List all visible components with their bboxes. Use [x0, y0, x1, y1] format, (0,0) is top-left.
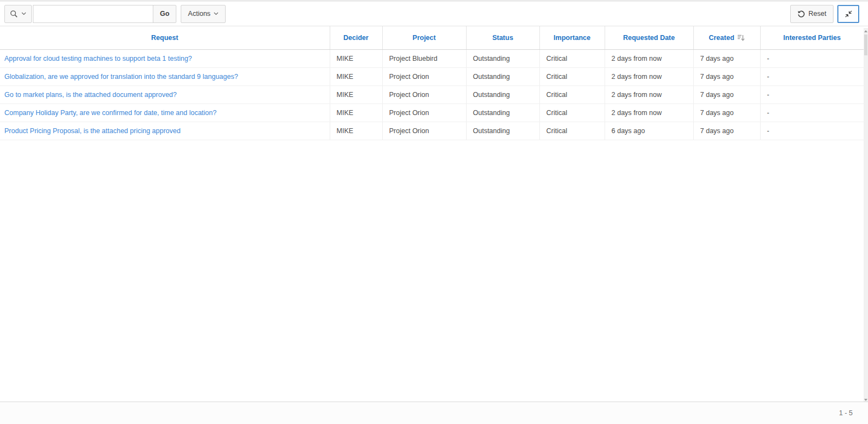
- column-header-decider[interactable]: Decider: [330, 26, 382, 49]
- cell-created: 7 days ago: [693, 67, 760, 85]
- cell-importance: Critical: [539, 122, 605, 140]
- request-link[interactable]: Approval for cloud testing machines to s…: [4, 55, 192, 62]
- cell-status: Outstanding: [466, 122, 539, 140]
- column-header-label: Importance: [554, 34, 590, 42]
- table-row: Approval for cloud testing machines to s…: [0, 49, 864, 67]
- restore-region-size-button[interactable]: [837, 5, 859, 23]
- cell-project: Project Orion: [382, 67, 466, 85]
- actions-button-label: Actions: [188, 10, 210, 18]
- request-link[interactable]: Company Holiday Party, are we confirmed …: [4, 109, 216, 117]
- column-header-created[interactable]: Created: [693, 26, 760, 49]
- table-body: Approval for cloud testing machines to s…: [0, 49, 864, 140]
- cell-decider: MIKE: [330, 49, 382, 67]
- actions-menu-button[interactable]: Actions: [181, 5, 226, 23]
- column-header-label: Status: [492, 34, 513, 42]
- report-grid: Request Decider Project Status Importanc…: [0, 26, 868, 140]
- column-header-label: Request: [151, 34, 178, 42]
- cell-importance: Critical: [539, 49, 605, 67]
- column-header-label: Project: [412, 34, 435, 42]
- column-header-importance[interactable]: Importance: [539, 26, 605, 49]
- cell-requested-date: 6 days ago: [605, 122, 693, 140]
- table-row: Product Pricing Proposal, is the attache…: [0, 122, 864, 140]
- cell-project: Project Bluebird: [382, 49, 466, 67]
- cell-created: 7 days ago: [693, 49, 760, 67]
- cell-request: Globalization, are we approved for trans…: [0, 67, 330, 85]
- cell-request: Approval for cloud testing machines to s…: [0, 49, 330, 67]
- cell-project: Project Orion: [382, 104, 466, 122]
- pagination-range-label: 1 - 5: [839, 409, 853, 417]
- scrollbar-down-arrow-icon[interactable]: [864, 399, 867, 401]
- collapse-restore-icon: [844, 10, 853, 18]
- cell-decider: MIKE: [330, 122, 382, 140]
- cell-request: Product Pricing Proposal, is the attache…: [0, 122, 330, 140]
- request-link[interactable]: Go to market plans, is the attached docu…: [4, 91, 177, 99]
- cell-request: Go to market plans, is the attached docu…: [0, 85, 330, 104]
- vertical-scrollbar[interactable]: [864, 28, 868, 403]
- chevron-down-icon: [214, 12, 219, 15]
- column-header-status[interactable]: Status: [466, 26, 539, 49]
- cell-decider: MIKE: [330, 85, 382, 104]
- report-search-input[interactable]: [33, 5, 153, 23]
- scrollbar-thumb[interactable]: [864, 35, 867, 55]
- go-button[interactable]: Go: [153, 5, 176, 23]
- column-header-request[interactable]: Request: [0, 26, 330, 49]
- search-column-selector-button[interactable]: [4, 5, 32, 23]
- column-header-label: Decider: [343, 34, 369, 42]
- sort-descending-icon: [737, 34, 745, 42]
- column-header-label: Interested Parties: [783, 34, 841, 42]
- column-header-label: Requested Date: [623, 34, 675, 42]
- request-link[interactable]: Globalization, are we approved for trans…: [4, 73, 238, 81]
- report-toolbar: Go Actions Reset: [0, 2, 868, 26]
- table-row: Company Holiday Party, are we confirmed …: [0, 104, 864, 122]
- cell-requested-date: 2 days from now: [605, 85, 693, 104]
- cell-created: 7 days ago: [693, 122, 760, 140]
- cell-requested-date: 2 days from now: [605, 104, 693, 122]
- search-icon: [10, 10, 18, 18]
- cell-importance: Critical: [539, 67, 605, 85]
- cell-importance: Critical: [539, 104, 605, 122]
- table-header-row: Request Decider Project Status Importanc…: [0, 26, 864, 49]
- column-header-interested-parties[interactable]: Interested Parties: [760, 26, 864, 49]
- cell-status: Outstanding: [466, 104, 539, 122]
- reset-button-label: Reset: [808, 10, 826, 18]
- cell-requested-date: 2 days from now: [605, 49, 693, 67]
- table-row: Globalization, are we approved for trans…: [0, 67, 864, 85]
- cell-interested-parties: -: [760, 49, 864, 67]
- cell-project: Project Orion: [382, 85, 466, 104]
- cell-interested-parties: -: [760, 67, 864, 85]
- cell-requested-date: 2 days from now: [605, 67, 693, 85]
- cell-created: 7 days ago: [693, 85, 760, 104]
- report-footer: 1 - 5: [0, 402, 868, 424]
- reset-undo-icon: [797, 10, 805, 18]
- cell-decider: MIKE: [330, 67, 382, 85]
- table-row: Go to market plans, is the attached docu…: [0, 85, 864, 104]
- cell-status: Outstanding: [466, 67, 539, 85]
- cell-created: 7 days ago: [693, 104, 760, 122]
- cell-interested-parties: -: [760, 85, 864, 104]
- request-link[interactable]: Product Pricing Proposal, is the attache…: [4, 127, 181, 135]
- cell-status: Outstanding: [466, 85, 539, 104]
- cell-project: Project Orion: [382, 122, 466, 140]
- toolbar-right-group: Reset: [790, 5, 859, 23]
- interactive-report-region: Go Actions Reset: [0, 0, 868, 424]
- cell-importance: Critical: [539, 85, 605, 104]
- column-header-requested-date[interactable]: Requested Date: [605, 26, 693, 49]
- cell-request: Company Holiday Party, are we confirmed …: [0, 104, 330, 122]
- chevron-down-icon: [21, 12, 26, 15]
- cell-interested-parties: -: [760, 122, 864, 140]
- column-header-project[interactable]: Project: [382, 26, 466, 49]
- cell-interested-parties: -: [760, 104, 864, 122]
- cell-status: Outstanding: [466, 49, 539, 67]
- reset-button[interactable]: Reset: [790, 5, 833, 23]
- column-header-label: Created: [709, 34, 734, 42]
- scrollbar-up-arrow-icon[interactable]: [864, 30, 867, 32]
- cell-decider: MIKE: [330, 104, 382, 122]
